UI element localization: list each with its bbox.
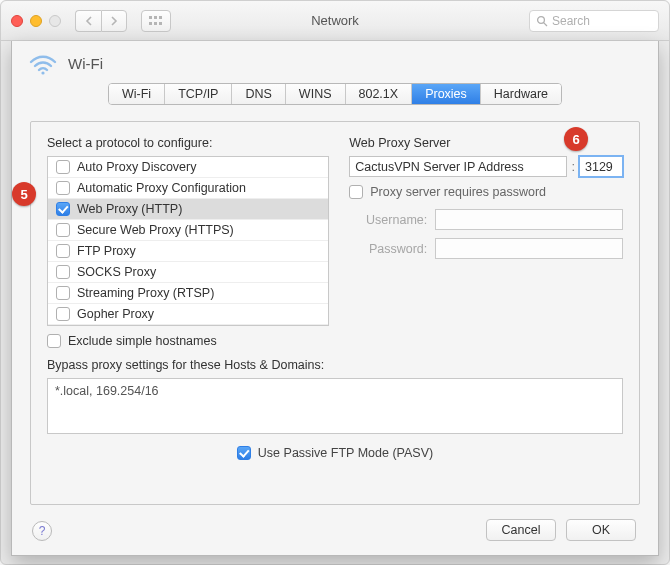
forward-button[interactable] [101,10,127,32]
protocol-item[interactable]: Auto Proxy Discovery [48,157,328,178]
window-controls [11,15,61,27]
protocols-heading: Select a protocol to configure: [47,136,329,150]
protocol-item[interactable]: SOCKS Proxy [48,262,328,283]
requires-password-checkbox[interactable] [349,185,363,199]
settings-sheet: Wi-Fi Wi-FiTCP/IPDNSWINS802.1XProxiesHar… [11,41,659,556]
protocol-list[interactable]: Auto Proxy DiscoveryAutomatic Proxy Conf… [47,156,329,326]
svg-line-7 [544,22,547,25]
protocol-label: Secure Web Proxy (HTTPS) [77,223,234,237]
callout-badge-5: 5 [12,182,36,206]
requires-password-label: Proxy server requires password [370,185,546,199]
password-label: Password: [349,242,427,256]
username-label: Username: [349,213,427,227]
protocol-label: SOCKS Proxy [77,265,156,279]
protocol-label: Automatic Proxy Configuration [77,181,246,195]
protocol-item[interactable]: Secure Web Proxy (HTTPS) [48,220,328,241]
protocol-label: Web Proxy (HTTP) [77,202,182,216]
protocol-checkbox[interactable] [56,160,70,174]
protocol-item[interactable]: Automatic Proxy Configuration [48,178,328,199]
minimize-window-button[interactable] [30,15,42,27]
protocol-item[interactable]: Gopher Proxy [48,304,328,325]
protocol-checkbox[interactable] [56,202,70,216]
tab-proxies[interactable]: Proxies [412,84,481,104]
protocol-checkbox[interactable] [56,307,70,321]
svg-rect-3 [149,22,152,25]
protocol-label: FTP Proxy [77,244,136,258]
svg-rect-4 [154,22,157,25]
password-field [435,238,623,259]
sheet-container: Wi-Fi Wi-FiTCP/IPDNSWINS802.1XProxiesHar… [11,41,659,556]
proxies-panel: Select a protocol to configure: Auto Pro… [30,121,640,505]
zoom-window-button[interactable] [49,15,61,27]
svg-point-6 [538,16,545,23]
search-icon [536,15,548,27]
tab-tcp-ip[interactable]: TCP/IP [165,84,232,104]
search-placeholder: Search [552,14,590,28]
ok-button[interactable]: OK [566,519,636,541]
back-button[interactable] [75,10,101,32]
preferences-window: Network Search [0,0,670,565]
tab-wi-fi[interactable]: Wi-Fi [109,84,165,104]
bypass-heading: Bypass proxy settings for these Hosts & … [47,358,623,372]
svg-rect-5 [159,22,162,25]
protocol-label: Streaming Proxy (RTSP) [77,286,214,300]
protocol-checkbox[interactable] [56,244,70,258]
help-button[interactable]: ? [32,521,52,541]
sheet-header: Wi-Fi [12,41,658,83]
pasv-checkbox[interactable] [237,446,251,460]
protocol-checkbox[interactable] [56,181,70,195]
svg-rect-1 [154,16,157,19]
username-field [435,209,623,230]
tab-wins[interactable]: WINS [286,84,346,104]
protocol-checkbox[interactable] [56,265,70,279]
exclude-hostnames-label: Exclude simple hostnames [68,334,217,348]
protocol-item[interactable]: FTP Proxy [48,241,328,262]
pasv-label: Use Passive FTP Mode (PASV) [258,446,433,460]
interface-name: Wi-Fi [68,55,103,72]
back-forward [75,10,127,32]
tab-hardware[interactable]: Hardware [481,84,561,104]
exclude-hostnames-checkbox[interactable] [47,334,61,348]
show-all-button[interactable] [141,10,171,32]
host-port-separator: : [571,159,575,174]
protocol-checkbox[interactable] [56,286,70,300]
proxy-host-field[interactable] [349,156,567,177]
protocol-label: Gopher Proxy [77,307,154,321]
protocol-checkbox[interactable] [56,223,70,237]
callout-badge-6: 6 [564,127,588,151]
cancel-button[interactable]: Cancel [486,519,556,541]
close-window-button[interactable] [11,15,23,27]
titlebar: Network Search [1,1,669,41]
svg-rect-0 [149,16,152,19]
tab-dns[interactable]: DNS [232,84,285,104]
grid-icon [149,16,163,26]
svg-point-8 [41,71,44,74]
protocol-item[interactable]: Streaming Proxy (RTSP) [48,283,328,304]
svg-rect-2 [159,16,162,19]
protocol-item[interactable]: Web Proxy (HTTP) [48,199,328,220]
search-field[interactable]: Search [529,10,659,32]
dialog-buttons: Cancel OK [486,519,636,541]
protocol-label: Auto Proxy Discovery [77,160,196,174]
tab-strip: Wi-FiTCP/IPDNSWINS802.1XProxiesHardware [12,83,658,105]
wifi-icon [28,51,58,75]
tab-802-1x[interactable]: 802.1X [346,84,413,104]
bypass-value: *.local, 169.254/16 [55,384,159,398]
bypass-textarea[interactable]: *.local, 169.254/16 [47,378,623,434]
proxy-port-field[interactable] [579,156,623,177]
